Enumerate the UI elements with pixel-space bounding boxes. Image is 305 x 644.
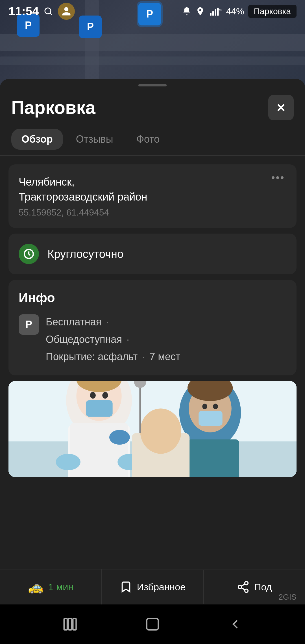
- info-row: P Бесплатная · Общедоступная · Покрытие:…: [19, 313, 286, 365]
- close-button[interactable]: [268, 95, 294, 120]
- home-button[interactable]: [141, 617, 164, 632]
- action-bar: 🚕 1 мин Избранное Под: [0, 569, 305, 604]
- alarm-icon: [182, 6, 191, 16]
- tab-divider: [0, 155, 305, 156]
- taxi-button[interactable]: 🚕 1 мин: [0, 569, 102, 604]
- battery-percent: 44%: [226, 6, 244, 17]
- svg-point-0: [45, 8, 51, 14]
- svg-point-28: [202, 404, 207, 409]
- status-time: 11:54: [8, 5, 39, 18]
- favorites-label: Избранное: [137, 582, 186, 593]
- search-icon: [43, 6, 53, 16]
- bottom-panel: Парковка Обзор Отзывы Фото Челябинск,Тра…: [0, 79, 305, 644]
- info-title: Инфо: [19, 290, 286, 305]
- hours-card: Круглосуточно: [8, 234, 297, 274]
- svg-rect-43: [73, 619, 76, 630]
- parking-icon-box: P: [19, 314, 39, 335]
- svg-line-40: [241, 584, 245, 586]
- hours-label: Круглосуточно: [47, 248, 123, 260]
- dentist-image: [8, 381, 297, 477]
- address-text: Челябинск,Тракторозаводский район 55.159…: [19, 175, 269, 218]
- panel-content: Челябинск,Тракторозаводский район 55.159…: [0, 162, 305, 569]
- drag-handle[interactable]: [138, 84, 167, 86]
- info-card: Инфо P Бесплатная · Общедоступная · Покр…: [8, 280, 297, 375]
- svg-rect-30: [181, 439, 239, 477]
- tab-overview[interactable]: Обзор: [11, 129, 63, 150]
- panel-title: Парковка: [11, 97, 95, 118]
- svg-point-37: [238, 585, 242, 589]
- svg-point-29: [213, 404, 218, 409]
- svg-rect-27: [199, 411, 223, 426]
- clock-icon: [19, 244, 39, 264]
- svg-point-18: [90, 392, 96, 399]
- tab-bar: Обзор Отзывы Фото: [0, 126, 305, 155]
- panel-header: Парковка: [0, 86, 305, 126]
- taxi-label: 1 мин: [48, 582, 73, 593]
- address-card: Челябинск,Тракторозаводский район 55.159…: [8, 164, 297, 228]
- svg-point-38: [245, 589, 248, 593]
- svg-rect-2: [210, 13, 212, 16]
- svg-rect-4: [215, 9, 217, 16]
- bookmark-icon: [119, 580, 132, 593]
- more-options-button[interactable]: [269, 176, 286, 179]
- status-left: 11:54: [8, 3, 75, 20]
- info-details: Бесплатная · Общедоступная · Покрытие: а…: [46, 313, 180, 365]
- close-icon: [275, 101, 287, 114]
- svg-text:4G+: 4G+: [218, 8, 222, 11]
- svg-point-21: [56, 454, 80, 470]
- clock-svg: [23, 248, 35, 260]
- svg-point-19: [102, 392, 108, 399]
- favorites-button[interactable]: Избранное: [102, 570, 203, 604]
- share-icon: [237, 580, 250, 593]
- road-horizontal: [0, 34, 305, 51]
- road-horizontal-2: [0, 56, 305, 65]
- status-right: 4G+ 44% Парковка: [182, 5, 297, 18]
- address-coords: 55.159852, 61.449454: [19, 207, 269, 218]
- taxi-icon: 🚕: [28, 580, 43, 594]
- recent-apps-button[interactable]: [58, 617, 81, 632]
- home-icon: [145, 617, 160, 632]
- top-parking-label: Парковка: [248, 5, 297, 18]
- nearby-image-card: [8, 381, 297, 477]
- svg-point-35: [109, 430, 130, 445]
- tab-reviews[interactable]: Отзывы: [66, 129, 123, 150]
- svg-rect-41: [64, 619, 67, 630]
- signal-icon: 4G+: [209, 6, 222, 16]
- dot-2: [276, 176, 279, 179]
- watermark: 2GIS: [278, 593, 297, 602]
- avatar: [58, 3, 75, 20]
- parking-letter: P: [25, 319, 32, 330]
- system-nav-bar: [0, 604, 305, 644]
- svg-rect-42: [68, 619, 71, 630]
- recent-apps-icon: [62, 617, 77, 632]
- dot-3: [281, 176, 284, 179]
- svg-rect-17: [86, 400, 113, 417]
- dentist-scene-svg: [8, 381, 297, 477]
- share-label: Под: [254, 582, 272, 593]
- svg-point-32: [140, 408, 181, 454]
- svg-rect-44: [147, 619, 158, 630]
- dot-1: [272, 176, 274, 179]
- back-icon: [228, 617, 243, 632]
- back-button[interactable]: [224, 617, 247, 632]
- svg-line-1: [50, 13, 52, 15]
- svg-rect-3: [212, 11, 214, 16]
- address-main: Челябинск,Тракторозаводский район: [19, 175, 269, 204]
- svg-line-39: [241, 588, 245, 590]
- status-bar: 11:54 4G+ 44% Парк: [0, 0, 305, 23]
- location-icon: [195, 6, 205, 16]
- svg-point-36: [245, 582, 248, 585]
- tab-photos[interactable]: Фото: [126, 129, 170, 150]
